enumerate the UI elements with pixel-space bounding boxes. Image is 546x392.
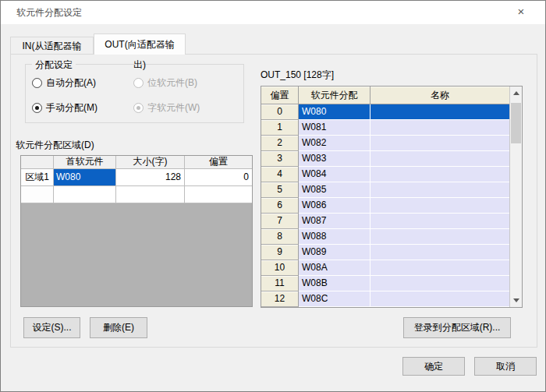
radio-label: 位软元件(B): [147, 76, 197, 90]
area-section-label: 软元件分配区域(D): [16, 139, 94, 152]
out-table-row[interactable]: 2W082: [261, 136, 509, 151]
area-row-header[interactable]: 区域1: [21, 169, 53, 185]
out-table-row[interactable]: 10W08A: [261, 260, 509, 276]
area-row-header[interactable]: [21, 186, 53, 203]
area-col-device: 首软元件: [54, 156, 115, 168]
radio-manual-assign[interactable]: 手动分配(M): [32, 101, 98, 115]
out-table-header: 偏置 软元件分配 名称: [261, 87, 509, 104]
out-name-cell[interactable]: [370, 245, 509, 260]
scroll-down-icon[interactable]: [510, 294, 522, 307]
out-table-row[interactable]: 1W081: [261, 120, 509, 136]
out-offset-cell[interactable]: 12: [261, 291, 299, 307]
area-col-offset: 偏置: [185, 156, 252, 168]
area-table-filler: [21, 203, 252, 306]
out-table-row[interactable]: 7W087: [261, 214, 509, 229]
area-device-cell[interactable]: [54, 186, 115, 203]
area-device-cell[interactable]: W080: [54, 169, 115, 185]
radio-icon: [32, 78, 42, 88]
cancel-button[interactable]: 取消: [474, 357, 537, 376]
out-offset-cell[interactable]: 7: [261, 214, 299, 229]
out-name-cell[interactable]: [370, 151, 509, 167]
out-offset-cell[interactable]: 1: [261, 120, 299, 136]
tab-in[interactable]: IN(从适配器输入): [10, 37, 94, 55]
out-table-row[interactable]: 9W089: [261, 245, 509, 260]
register-to-area-button[interactable]: 登录到分配区域(R)...: [403, 317, 511, 338]
radio-icon: [133, 78, 144, 88]
out-table-row[interactable]: 8W088: [261, 229, 509, 245]
area-col-size: 大小(字): [116, 156, 184, 168]
out-offset-cell[interactable]: 8: [261, 229, 299, 245]
out-device-cell[interactable]: W085: [299, 182, 370, 198]
device-assignment-dialog: 软元件分配设定 × IN(从适配器输入) OUT(向适配器输出) 分配设定 自动…: [0, 0, 546, 392]
out-name-cell[interactable]: [370, 120, 509, 136]
out-offset-cell[interactable]: 9: [261, 245, 299, 260]
out-offset-cell[interactable]: 3: [261, 151, 299, 167]
titlebar: 软元件分配设定 ×: [1, 1, 545, 24]
out-table-row[interactable]: 4W084: [261, 167, 509, 182]
out-table-scrollbar[interactable]: [509, 87, 522, 307]
out-name-cell[interactable]: [370, 182, 509, 198]
tab-out[interactable]: OUT(向适配器输出): [94, 34, 186, 55]
out-offset-cell[interactable]: 11: [261, 276, 299, 291]
out-table-row[interactable]: 5W085: [261, 182, 509, 198]
out-table-row[interactable]: 0W080: [261, 104, 509, 120]
out-device-cell[interactable]: W086: [299, 198, 370, 214]
out-col-device: 软元件分配: [299, 87, 370, 104]
out-name-cell[interactable]: [370, 260, 509, 276]
out-table-row[interactable]: 6W086: [261, 198, 509, 214]
delete-button[interactable]: 删除(E): [90, 317, 147, 338]
radio-icon: [133, 103, 144, 113]
radio-label: 字软元件(W): [147, 101, 200, 115]
out-device-cell[interactable]: W08A: [299, 260, 370, 276]
out-offset-cell[interactable]: 5: [261, 182, 299, 198]
out-offset-cell[interactable]: 10: [261, 260, 299, 276]
out-name-cell[interactable]: [370, 291, 509, 307]
out-device-cell[interactable]: W082: [299, 136, 370, 151]
out-table: 偏置 软元件分配 名称 0W0801W0812W0823W0834W0845W0…: [261, 86, 523, 308]
out-col-name: 名称: [370, 87, 509, 104]
area-offset-cell[interactable]: 0: [185, 169, 252, 185]
out-offset-cell[interactable]: 4: [261, 167, 299, 182]
scroll-thumb[interactable]: [511, 103, 521, 143]
out-device-cell[interactable]: W08B: [299, 276, 370, 291]
out-device-cell[interactable]: W081: [299, 120, 370, 136]
area-offset-cell[interactable]: [185, 186, 252, 203]
out-device-cell[interactable]: W087: [299, 214, 370, 229]
radio-word-device: 字软元件(W): [133, 101, 200, 115]
area-size-cell[interactable]: 128: [116, 169, 184, 185]
radio-label: 手动分配(M): [46, 101, 98, 115]
out-name-cell[interactable]: [370, 229, 509, 245]
scroll-up-icon[interactable]: [510, 87, 522, 100]
out-device-cell[interactable]: W08C: [299, 291, 370, 307]
groupbox-title: 分配设定: [32, 58, 76, 72]
out-offset-cell[interactable]: 2: [261, 136, 299, 151]
set-button[interactable]: 设定(S)...: [23, 317, 80, 338]
out-name-cell[interactable]: [370, 214, 509, 229]
out-col-offset: 偏置: [261, 87, 299, 104]
area-table: 首软元件 大小(字) 偏置 区域1 W080 128 0: [20, 155, 253, 307]
tab-page-out: 分配设定 自动分配(A) 位软元件(B) 手动分配(M) 字软元件(W) 软元件…: [10, 54, 537, 348]
out-table-row[interactable]: 11W08B: [261, 276, 509, 291]
area-size-cell[interactable]: [116, 186, 184, 203]
area-col-corner: [21, 156, 53, 168]
out-device-cell[interactable]: W084: [299, 167, 370, 182]
out-device-cell[interactable]: W089: [299, 245, 370, 260]
out-table-row[interactable]: 12W08C: [261, 291, 509, 307]
out-offset-cell[interactable]: 6: [261, 198, 299, 214]
out-table-title: OUT_150 [128字]: [261, 69, 334, 82]
out-device-cell[interactable]: W083: [299, 151, 370, 167]
out-table-row[interactable]: 3W083: [261, 151, 509, 167]
radio-icon: [32, 103, 42, 113]
out-name-cell[interactable]: [370, 104, 509, 120]
ok-button[interactable]: 确定: [402, 357, 465, 376]
out-table-rows: 0W0801W0812W0823W0834W0845W0856W0867W087…: [261, 104, 509, 307]
out-device-cell[interactable]: W080: [299, 104, 370, 120]
out-name-cell[interactable]: [370, 276, 509, 291]
out-offset-cell[interactable]: 0: [261, 104, 299, 120]
close-icon[interactable]: ×: [511, 1, 531, 24]
out-name-cell[interactable]: [370, 136, 509, 151]
out-name-cell[interactable]: [370, 198, 509, 214]
out-name-cell[interactable]: [370, 167, 509, 182]
out-device-cell[interactable]: W088: [299, 229, 370, 245]
radio-auto-assign[interactable]: 自动分配(A): [32, 76, 96, 90]
